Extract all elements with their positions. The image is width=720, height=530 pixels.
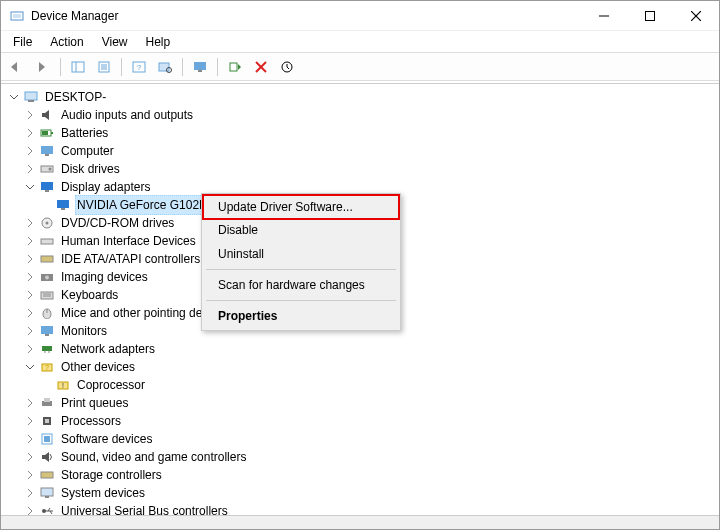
menu-help[interactable]: Help — [138, 33, 179, 51]
collapse-icon[interactable] — [23, 432, 37, 446]
monitor-icon-button[interactable] — [188, 56, 212, 78]
computer-icon — [23, 89, 39, 105]
tree-node-coprocessor[interactable]: !Coprocessor — [7, 376, 719, 394]
hid-icon — [39, 233, 55, 249]
update-button[interactable] — [275, 56, 299, 78]
collapse-icon[interactable] — [23, 270, 37, 284]
svg-rect-34 — [61, 208, 65, 210]
remove-button[interactable] — [249, 56, 273, 78]
svg-rect-27 — [41, 146, 53, 154]
ctx-update-driver[interactable]: Update Driver Software... — [202, 194, 400, 220]
collapse-icon[interactable] — [23, 306, 37, 320]
gpu-icon — [55, 197, 71, 213]
svg-rect-33 — [57, 200, 69, 208]
monitor-icon — [39, 143, 55, 159]
svg-rect-23 — [28, 100, 34, 102]
svg-rect-58 — [45, 419, 49, 423]
menu-action[interactable]: Action — [42, 33, 91, 51]
show-hide-console-button[interactable] — [66, 56, 90, 78]
menu-bar: File Action View Help — [1, 31, 719, 53]
collapse-icon[interactable] — [23, 504, 37, 515]
collapse-icon[interactable] — [23, 468, 37, 482]
tree-node-processors[interactable]: Processors — [7, 412, 719, 430]
svg-point-30 — [49, 168, 52, 171]
properties-button[interactable] — [92, 56, 116, 78]
close-button[interactable] — [673, 1, 719, 31]
back-button[interactable] — [5, 56, 29, 78]
tree-node-software[interactable]: Software devices — [7, 430, 719, 448]
collapse-icon[interactable] — [23, 162, 37, 176]
collapse-icon[interactable] — [23, 234, 37, 248]
collapse-icon[interactable] — [23, 324, 37, 338]
expand-icon[interactable] — [23, 360, 37, 374]
maximize-button[interactable] — [627, 1, 673, 31]
svg-rect-37 — [41, 239, 53, 244]
warning-icon: ! — [55, 377, 71, 393]
collapse-icon[interactable] — [23, 252, 37, 266]
svg-text:?: ? — [45, 364, 49, 371]
collapse-icon[interactable] — [23, 216, 37, 230]
svg-rect-63 — [45, 496, 49, 498]
svg-rect-14 — [159, 63, 169, 71]
mouse-icon — [39, 305, 55, 321]
tree-node-disk[interactable]: Disk drives — [7, 160, 719, 178]
collapse-icon[interactable] — [23, 288, 37, 302]
software-icon — [39, 431, 55, 447]
ctx-disable[interactable]: Disable — [204, 218, 398, 242]
audio-icon — [39, 107, 55, 123]
collapse-icon[interactable] — [23, 396, 37, 410]
context-menu: Update Driver Software... Disable Uninst… — [201, 193, 401, 331]
cpu-icon — [39, 413, 55, 429]
svg-rect-6 — [72, 62, 84, 72]
scan-hardware-button[interactable] — [153, 56, 177, 78]
ctx-scan[interactable]: Scan for hardware changes — [204, 273, 398, 297]
expand-icon[interactable] — [7, 90, 21, 104]
tree-node-network[interactable]: Network adapters — [7, 340, 719, 358]
collapse-icon[interactable] — [23, 342, 37, 356]
svg-rect-61 — [41, 472, 53, 478]
collapse-icon[interactable] — [23, 414, 37, 428]
tree-node-sound[interactable]: Sound, video and game controllers — [7, 448, 719, 466]
tree-node-system[interactable]: System devices — [7, 484, 719, 502]
svg-rect-31 — [41, 182, 53, 190]
minimize-button[interactable] — [581, 1, 627, 31]
help-icon-button[interactable]: ? — [127, 56, 151, 78]
tree-node-batteries[interactable]: Batteries — [7, 124, 719, 142]
svg-text:!: ! — [62, 382, 64, 389]
collapse-icon[interactable] — [23, 144, 37, 158]
svg-rect-26 — [42, 131, 48, 135]
menu-view[interactable]: View — [94, 33, 136, 51]
svg-rect-22 — [25, 92, 37, 100]
svg-rect-25 — [51, 132, 53, 134]
toolbar: ? — [1, 53, 719, 81]
tree-node-print[interactable]: Print queues — [7, 394, 719, 412]
svg-rect-46 — [41, 326, 53, 334]
disk-icon — [39, 161, 55, 177]
device-add-button[interactable] — [223, 56, 247, 78]
selected-device-label[interactable]: NVIDIA GeForce G102M — [75, 195, 211, 215]
collapse-icon[interactable] — [23, 486, 37, 500]
tree-node-usb[interactable]: Universal Serial Bus controllers — [7, 502, 719, 515]
ctx-uninstall[interactable]: Uninstall — [204, 242, 398, 266]
svg-rect-60 — [44, 436, 50, 442]
expand-icon[interactable] — [23, 180, 37, 194]
svg-rect-38 — [41, 256, 53, 262]
app-icon — [9, 8, 25, 24]
tree-node-other[interactable]: ?Other devices — [7, 358, 719, 376]
forward-button[interactable] — [31, 56, 55, 78]
tree-node-computer[interactable]: Computer — [7, 142, 719, 160]
collapse-icon[interactable] — [23, 450, 37, 464]
usb-icon — [39, 503, 55, 515]
collapse-icon[interactable] — [23, 126, 37, 140]
tree-root[interactable]: DESKTOP- — [7, 88, 719, 106]
svg-rect-17 — [198, 70, 202, 72]
tree-root-label[interactable]: DESKTOP- — [43, 88, 108, 106]
tree-node-audio[interactable]: Audio inputs and outputs — [7, 106, 719, 124]
tree-node-storage[interactable]: Storage controllers — [7, 466, 719, 484]
display-icon — [39, 179, 55, 195]
sound-icon — [39, 449, 55, 465]
menu-file[interactable]: File — [5, 33, 40, 51]
ctx-properties[interactable]: Properties — [204, 304, 398, 328]
collapse-icon[interactable] — [23, 108, 37, 122]
svg-point-36 — [46, 222, 49, 225]
